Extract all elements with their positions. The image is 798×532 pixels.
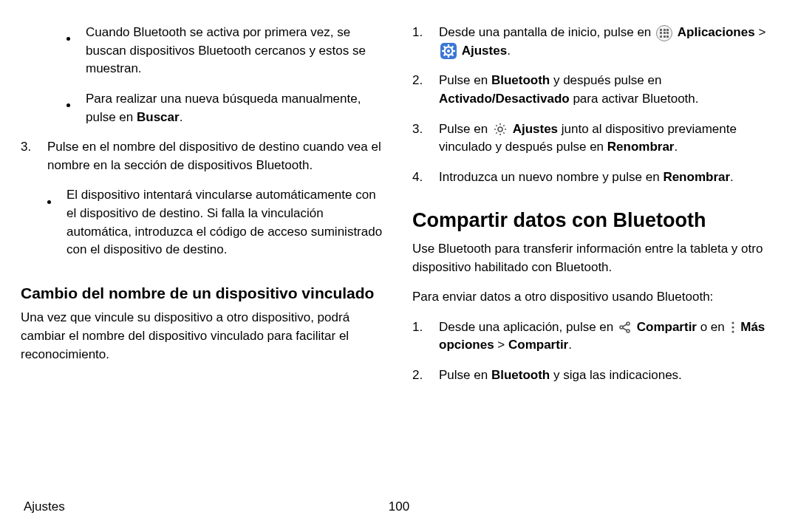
numbered-step: 3. Pulse en Ajustes junto al dispositivo… — [412, 120, 777, 157]
svg-point-10 — [498, 127, 502, 132]
svg-line-8 — [444, 54, 446, 55]
paragraph: Una vez que vincule su dispositivo a otr… — [21, 309, 386, 364]
bullet-text: Para realizar una nueva búsqueda manualm… — [86, 90, 386, 126]
separator: > — [494, 338, 508, 352]
separator: > — [755, 25, 766, 39]
svg-point-12 — [627, 322, 630, 325]
bullet-list: Cuando Bluetooth se activa por primera v… — [66, 24, 386, 126]
page-number: 100 — [389, 499, 409, 514]
svg-point-17 — [732, 327, 734, 329]
step-number: 2. — [412, 366, 432, 385]
step-body: Pulse en Ajustes junto al dispositivo pr… — [439, 120, 777, 157]
svg-line-7 — [451, 54, 453, 55]
step-number: 1. — [412, 318, 432, 355]
svg-line-9 — [451, 47, 453, 48]
numbered-step: 3. Pulse en el nombre del dispositivo de… — [21, 138, 386, 271]
text: Para realizar una nueva búsqueda manualm… — [86, 92, 361, 124]
apps-icon — [656, 25, 672, 41]
text-bold: Compartir — [508, 338, 568, 352]
svg-point-1 — [447, 50, 450, 52]
svg-point-18 — [732, 331, 734, 333]
bullet-icon — [66, 96, 72, 126]
svg-line-14 — [623, 324, 627, 327]
step-number: 2. — [412, 72, 432, 108]
text-bold: Ajustes — [513, 122, 558, 136]
page-footer: Ajustes 100 — [24, 499, 774, 514]
apps-label: Aplicaciones — [678, 25, 755, 39]
step-number: 1. — [412, 24, 432, 60]
text-bold: Renombrar — [607, 140, 675, 154]
text: o en — [697, 320, 729, 334]
settings-label: Ajustes — [462, 44, 507, 58]
paragraph: Para enviar datos a otro dispositivo usa… — [412, 288, 777, 307]
numbered-step: 2. Pulse en Bluetooth y después pulse en… — [412, 72, 777, 108]
text-bold: Renombrar — [663, 170, 730, 184]
text: Pulse en — [439, 368, 491, 382]
text: . — [180, 110, 183, 124]
text-bold: Bluetooth — [491, 368, 550, 382]
bullet-icon — [47, 192, 53, 259]
text: . — [730, 170, 734, 184]
step-number: 4. — [412, 168, 432, 187]
heading-share-bluetooth: Compartir datos con Bluetooth — [412, 208, 777, 232]
gear-icon — [493, 122, 508, 137]
step-body: Pulse en Bluetooth y siga las indicacion… — [439, 366, 777, 385]
text-bold: Bluetooth — [491, 73, 550, 87]
text: . — [674, 140, 678, 154]
share-icon — [618, 321, 632, 334]
text-bold: Compartir — [637, 320, 697, 334]
step-body: Desde una pantalla de inicio, pulse en A… — [439, 24, 777, 60]
settings-icon — [440, 43, 457, 59]
text-bold: Buscar — [137, 110, 180, 124]
svg-point-16 — [732, 322, 734, 324]
right-column: 1. Desde una pantalla de inicio, pulse e… — [412, 24, 777, 397]
step-body: Pulse en Bluetooth y después pulse en Ac… — [439, 72, 777, 108]
step-body: Desde una aplicación, pulse en Compartir… — [439, 318, 777, 355]
step-body: Introduzca un nuevo nombre y pulse en Re… — [439, 168, 777, 187]
more-options-icon — [730, 321, 736, 334]
svg-point-13 — [627, 330, 630, 332]
text: Pulse en — [439, 122, 491, 136]
text: Pulse en — [439, 73, 491, 87]
text: Desde una pantalla de inicio, pulse en — [439, 25, 655, 39]
text-bold: Activado/Desactivado — [439, 92, 570, 106]
step-number: 3. — [21, 138, 40, 271]
heading-rename-device: Cambio del nombre de un dispositivo vinc… — [21, 283, 386, 303]
list-item: Para realizar una nueva búsqueda manualm… — [66, 90, 386, 126]
text: Desde una aplicación, pulse en — [439, 320, 617, 334]
page-body: Cuando Bluetooth se activa por primera v… — [0, 0, 798, 397]
text: para activar Bluetooth. — [570, 92, 699, 106]
step-text: Pulse en el nombre del dispositivo de de… — [47, 138, 386, 174]
text: . — [507, 44, 511, 58]
svg-line-6 — [444, 47, 446, 48]
text: Introduzca un nuevo nombre y pulse en — [439, 170, 663, 184]
text: . — [568, 338, 572, 352]
text: y siga las indicaciones. — [550, 368, 682, 382]
bullet-text: Cuando Bluetooth se activa por primera v… — [86, 24, 386, 78]
step-number: 3. — [412, 120, 432, 157]
numbered-step: 1. Desde una aplicación, pulse en Compar… — [412, 318, 777, 355]
list-item: Cuando Bluetooth se activa por primera v… — [66, 24, 386, 78]
numbered-step: 1. Desde una pantalla de inicio, pulse e… — [412, 24, 777, 60]
svg-point-11 — [620, 326, 623, 329]
paragraph: Use Bluetooth para transferir informació… — [412, 240, 777, 276]
step-body: Pulse en el nombre del dispositivo de de… — [47, 138, 386, 271]
text: y después pulse en — [550, 73, 661, 87]
footer-section: Ajustes — [24, 499, 65, 514]
numbered-step: 2. Pulse en Bluetooth y siga las indicac… — [412, 366, 777, 385]
bullet-text: El dispositivo intentará vincularse auto… — [66, 186, 386, 259]
bullet-icon — [66, 30, 72, 78]
svg-line-15 — [623, 328, 627, 330]
list-item: El dispositivo intentará vincularse auto… — [47, 186, 386, 259]
left-column: Cuando Bluetooth se activa por primera v… — [21, 24, 386, 397]
numbered-step: 4. Introduzca un nuevo nombre y pulse en… — [412, 168, 777, 187]
